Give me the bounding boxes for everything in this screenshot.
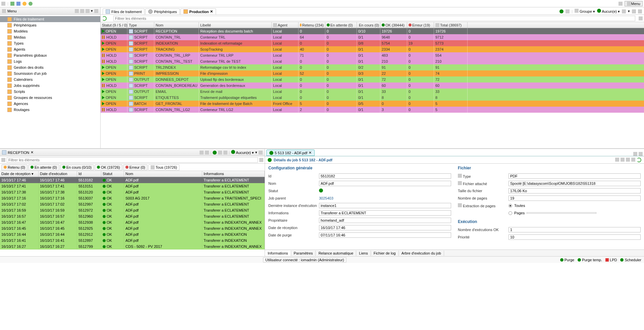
- tab-tous[interactable]: Tous (19726): [148, 164, 179, 170]
- tab-cours[interactable]: En cours (0/10): [60, 164, 94, 170]
- job-row[interactable]: 16/10/17 17:1616/10/17 17:165513037OKS00…: [0, 195, 265, 201]
- tool-icon-1[interactable]: [10, 2, 14, 6]
- nav-item[interactable]: Agents: [0, 46, 100, 52]
- aucun-dropdown[interactable]: Aucun(e) ▾: [597, 9, 620, 14]
- job-row[interactable]: 16/10/17 17:4616/10/17 17:465513182OKADF…: [0, 177, 265, 183]
- refresh-button[interactable]: [637, 158, 641, 162]
- minimize-icon[interactable]: [94, 9, 98, 13]
- grid-row[interactable]: HOLDSCRIPTCONTAIN_TRL_TESTConteneur TRL …: [101, 58, 644, 64]
- close-icon[interactable]: ✕: [31, 150, 34, 155]
- grid-row[interactable]: HOLDSCRIPTCONTAIN_TRL_LRPConteneur TRL L…: [101, 52, 644, 58]
- tool-icon[interactable]: [615, 158, 619, 162]
- grid-row[interactable]: HOLDSCRIPTCONTAIN_TRLConteneur TRLLocal6…: [101, 34, 644, 40]
- col-type[interactable]: Type: [127, 22, 154, 28]
- detail-tab-2[interactable]: Relance automatique: [316, 251, 356, 256]
- job-row[interactable]: 16/10/17 17:0216/10/17 17:025512997OKADF…: [0, 201, 265, 207]
- nav-item[interactable]: Soumission d'un job: [0, 70, 100, 76]
- job-row[interactable]: 16/10/17 16:4516/10/17 16:455512925OKADF…: [0, 225, 265, 231]
- jobs-filter-input[interactable]: [7, 157, 258, 163]
- aucun-dropdown[interactable]: Aucun(e) ▾: [231, 150, 254, 155]
- tool-icon[interactable]: [631, 158, 635, 162]
- edit-icon[interactable]: [639, 16, 643, 20]
- grid-row[interactable]: OPENOUTPUTEMAILEnvoi de mailLocal000/133…: [101, 89, 644, 95]
- col-nom[interactable]: Nom: [124, 171, 202, 177]
- dropdown-icon[interactable]: ▾: [91, 9, 93, 13]
- col-agent[interactable]: Agent: [272, 22, 299, 28]
- detail-tab[interactable]: 5 513 182 - ADF.pdf ✕: [266, 150, 315, 156]
- job-row[interactable]: 16/10/17 16:2716/10/17 16:275512799OKCDS…: [0, 243, 265, 250]
- close-icon[interactable]: ✕: [210, 9, 213, 14]
- col-erreur[interactable]: Erreur (19): [407, 22, 434, 28]
- radio-toutes[interactable]: [508, 204, 512, 208]
- help-icon[interactable]: [22, 2, 26, 6]
- menu-icon[interactable]: ▾: [255, 150, 257, 155]
- tool-icon-2[interactable]: [16, 2, 20, 6]
- nav-item[interactable]: Routages: [0, 107, 100, 113]
- job-row[interactable]: 16/10/17 16:4416/10/17 16:445512912OKADF…: [0, 231, 265, 237]
- app-icon[interactable]: [1, 2, 5, 6]
- col-retenu[interactable]: Retenu (234): [299, 22, 325, 28]
- close-icon[interactable]: ✕: [309, 151, 312, 155]
- maximize-icon[interactable]: [639, 152, 643, 156]
- nav-item[interactable]: Logs: [0, 58, 100, 64]
- col-date-recep[interactable]: Date de réception ▾: [0, 171, 39, 177]
- play-icon[interactable]: [559, 9, 564, 13]
- tool-icon[interactable]: [218, 151, 222, 155]
- detail-tab-4[interactable]: Fichier de log: [371, 251, 399, 256]
- maximize-icon[interactable]: [638, 9, 642, 13]
- grid-row[interactable]: OPENSCRIPTETIQUETTESTraitement publipost…: [101, 95, 644, 101]
- grid-row[interactable]: OPENOUTPUTDONNEES_DEPOTUpload ftp des bo…: [101, 76, 644, 82]
- edit-icon[interactable]: [259, 158, 263, 162]
- grid-row[interactable]: OPENBATCHGET_FRONTALFile de traitement d…: [101, 101, 644, 107]
- tool-icon[interactable]: [200, 151, 204, 155]
- tab-files[interactable]: Files de traitement: [103, 8, 145, 14]
- tab-periph[interactable]: Périphériques: [145, 8, 180, 14]
- tab-ok[interactable]: OK (19726): [95, 164, 122, 170]
- tab-production[interactable]: Production ✕: [180, 8, 216, 14]
- pause-icon[interactable]: [566, 9, 570, 13]
- tool-icon[interactable]: [205, 151, 209, 155]
- job-row[interactable]: 16/10/17 16:5916/10/17 16:595512972OKADF…: [0, 207, 265, 213]
- menu-icon[interactable]: ▾: [628, 9, 630, 13]
- tool-icon[interactable]: [626, 158, 630, 162]
- nav-item[interactable]: Jobs supprimés: [0, 82, 100, 89]
- parent-link[interactable]: 3025403: [319, 196, 333, 200]
- col-id[interactable]: Id: [77, 171, 101, 177]
- nav-item[interactable]: Groupes de ressources: [0, 95, 100, 101]
- col-info[interactable]: Informations: [202, 171, 265, 177]
- col-libelle[interactable]: Libellé: [199, 22, 272, 28]
- tab-erreur[interactable]: Erreur (0): [123, 164, 148, 170]
- grid-row[interactable]: HOLDSCRIPTCONTAIN_BORDEREAUGeneration de…: [101, 82, 644, 89]
- job-row[interactable]: 16/10/17 17:4116/10/17 17:415513151OKADF…: [0, 183, 265, 189]
- filter-input[interactable]: [113, 16, 635, 21]
- grid-row[interactable]: HOLDSCRIPTCONTAIN_TRL_LG2Conteneur TRL L…: [101, 107, 644, 113]
- nav-item[interactable]: Types: [0, 40, 100, 46]
- job-row[interactable]: 16/10/17 16:4716/10/17 16:475512938OKADF…: [0, 219, 265, 225]
- detail-tab-3[interactable]: Liens: [356, 251, 371, 256]
- nav-item[interactable]: Gestion des droits: [0, 64, 100, 70]
- tool-icon[interactable]: [622, 9, 626, 13]
- grid-row[interactable]: OPENSCRIPTRECEPTIONRéception des documen…: [101, 28, 644, 34]
- grid-row[interactable]: OPENSCRIPTTRL2INDEXReformatage csv trl t…: [101, 64, 644, 70]
- group-dropdown[interactable]: Groupe ▾: [575, 9, 595, 14]
- detail-tab-1[interactable]: Paramètres: [291, 251, 316, 256]
- layout-icon[interactable]: [619, 2, 623, 6]
- nav-item[interactable]: Scripts: [0, 89, 100, 95]
- link-icon[interactable]: [86, 9, 90, 13]
- col-attente[interactable]: En attente (0): [325, 22, 357, 28]
- expand-icon[interactable]: [80, 9, 84, 13]
- refresh-button[interactable]: [102, 16, 107, 21]
- minimize-icon[interactable]: [633, 152, 637, 156]
- col-total[interactable]: Total (38697): [434, 22, 468, 28]
- grid-row[interactable]: OPENSCRIPTTRACKINGScopTrackingLocal4000/…: [101, 46, 644, 52]
- refresh-icon[interactable]: [29, 2, 33, 6]
- radio-pages[interactable]: [508, 211, 512, 215]
- tool-icon[interactable]: [223, 151, 227, 155]
- job-row[interactable]: 16/10/17 16:5716/10/17 16:575512960OKADF…: [0, 213, 265, 219]
- col-statut[interactable]: Statut (9 / 5 / 0): [101, 22, 127, 28]
- nav-item[interactable]: Files de traitement: [0, 16, 100, 22]
- nav-item[interactable]: Agences: [0, 101, 100, 107]
- nav-item[interactable]: Périphériques: [0, 22, 100, 28]
- nav-item[interactable]: Médias: [0, 34, 100, 40]
- nav-item[interactable]: Paramètres globaux: [0, 52, 100, 58]
